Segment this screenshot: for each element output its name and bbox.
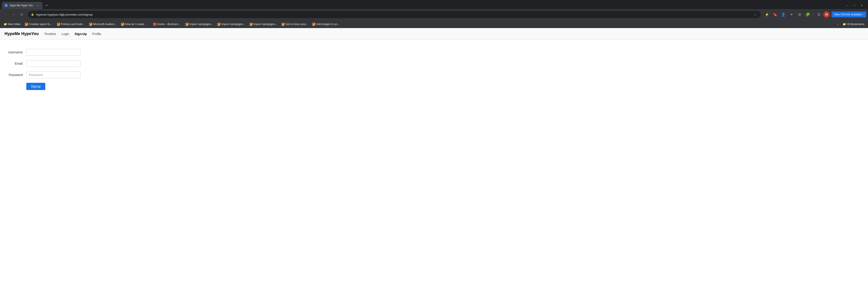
minimize-button[interactable]: ─ bbox=[844, 3, 850, 8]
bookmark-label: Add images to you... bbox=[316, 23, 340, 26]
tab-close-button[interactable]: × bbox=[36, 4, 40, 7]
settings-button[interactable]: ⚙ bbox=[796, 11, 803, 18]
email-label: Email bbox=[4, 62, 23, 65]
bookmark-label: Home – Bootcamp... bbox=[157, 23, 181, 26]
bookmark-microsoft[interactable]: Microsoft Audienc... bbox=[87, 22, 119, 27]
folder-icon: 📁 bbox=[4, 23, 7, 26]
username-input[interactable] bbox=[26, 49, 81, 56]
navigation-bar: ← → ↻ 🔒 hypeme-hypeyou-9gtj.onrender.com… bbox=[0, 9, 868, 20]
bookmark-star-button[interactable]: ☆ bbox=[752, 12, 758, 17]
reload-button[interactable]: ↻ bbox=[18, 11, 25, 18]
bookmark-label: New folder bbox=[8, 23, 21, 26]
all-bookmarks-label: All Bookmarks bbox=[847, 23, 864, 26]
extensions-puzzle-button[interactable]: 🧩 bbox=[804, 11, 811, 18]
password-input[interactable] bbox=[26, 71, 81, 78]
bookmark-import-1[interactable]: Import campaigns... bbox=[184, 22, 215, 27]
app-brand[interactable]: HypeMe HypeYou bbox=[4, 31, 39, 36]
page-content: HypeMe HypeYou Timeline Login Sign-Up Pr… bbox=[0, 28, 868, 304]
bookmark-add-images[interactable]: Add images to you... bbox=[310, 22, 342, 27]
email-input[interactable] bbox=[26, 60, 81, 67]
bookmark-favicon bbox=[89, 23, 92, 26]
bookmark-favicon bbox=[249, 23, 253, 26]
omnibox[interactable]: 🔒 hypeme-hypeyou-9gtj.onrender.com/signu… bbox=[28, 11, 761, 18]
forward-button[interactable]: → bbox=[10, 11, 17, 18]
omnibox-actions: ☆ bbox=[752, 12, 758, 17]
new-chrome-arrow: › bbox=[863, 13, 864, 16]
username-row: Username bbox=[4, 49, 131, 56]
nav-signup[interactable]: Sign-Up bbox=[74, 32, 87, 36]
bookmark-favicon bbox=[312, 23, 315, 26]
bookmark-favicon bbox=[57, 23, 60, 26]
bookmark-label: Import campaigns... bbox=[253, 23, 277, 26]
bookmark-favicon bbox=[153, 23, 156, 26]
bookmark-label: Get to know your... bbox=[285, 23, 308, 26]
tab-right-controls: ─ □ ✕ bbox=[844, 3, 866, 8]
nav-login[interactable]: Login bbox=[61, 32, 69, 36]
bookmark-policies[interactable]: Policies and Guide... bbox=[55, 22, 87, 27]
bookmark-label: Creative specs for... bbox=[29, 23, 53, 26]
bookmark-new-folder[interactable]: 📁 New folder bbox=[2, 22, 23, 27]
bookmark-import-3[interactable]: Import campaigns... bbox=[248, 22, 279, 27]
bookmark-import-2[interactable]: Import campaigns... bbox=[215, 22, 247, 27]
tab-favicon bbox=[4, 4, 8, 7]
password-label: Password bbox=[4, 73, 23, 77]
bookmark-bootcamp[interactable]: Home – Bootcamp... bbox=[151, 22, 183, 27]
bookmark-label: Import campaigns... bbox=[221, 23, 245, 26]
bookmark-favicon bbox=[185, 23, 188, 26]
submit-row: Signup bbox=[4, 83, 131, 90]
email-row: Email bbox=[4, 60, 131, 67]
bookmark-favicon bbox=[217, 23, 220, 26]
new-chrome-label: New Chrome available bbox=[834, 13, 862, 16]
signup-form-container: Username Email Password Signup bbox=[0, 40, 136, 104]
extension-button-red[interactable]: 🔖 bbox=[772, 11, 779, 18]
bookmark-how-do-i[interactable]: How do I create an... bbox=[119, 22, 151, 27]
back-button[interactable]: ← bbox=[2, 11, 9, 18]
tab-bar: Hype Me Hype You × + ─ □ ✕ bbox=[0, 0, 868, 9]
bookmark-get-to-know[interactable]: Get to know your... bbox=[280, 22, 310, 27]
performance-button[interactable]: ⚡ bbox=[763, 11, 771, 18]
bookmarks-bar: 📁 New folder Creative specs for... Polic… bbox=[0, 20, 868, 28]
signup-button[interactable]: Signup bbox=[26, 83, 45, 90]
nav-profile[interactable]: Profile bbox=[92, 32, 101, 36]
bookmark-favicon bbox=[121, 23, 124, 26]
maximize-button[interactable]: □ bbox=[852, 3, 857, 8]
username-label: Username bbox=[4, 50, 23, 54]
profile-button[interactable]: H bbox=[824, 11, 830, 18]
omnibox-url: hypeme-hypeyou-9gtj.onrender.com/signup bbox=[36, 13, 751, 16]
bookmark-favicon bbox=[25, 23, 28, 26]
all-bookmarks-button[interactable]: 📁 All Bookmarks bbox=[841, 22, 866, 27]
nav-timeline[interactable]: Timeline bbox=[44, 32, 56, 36]
bookmarks-folder-icon: 📁 bbox=[843, 23, 846, 26]
bookmark-label: Microsoft Audienc... bbox=[93, 23, 117, 26]
sidebar-button[interactable]: ☰ bbox=[815, 11, 823, 18]
password-row: Password bbox=[4, 71, 131, 78]
bookmark-label: Policies and Guide... bbox=[61, 23, 85, 26]
new-chrome-button[interactable]: New Chrome available › bbox=[832, 11, 866, 18]
new-tab-button[interactable]: + bbox=[43, 2, 50, 9]
tab-title: Hype Me Hype You bbox=[9, 4, 34, 7]
extension-button-2[interactable]: ✦ bbox=[788, 11, 795, 18]
nav-toolbar: ⚡ 🔖 👤 ✦ ⚙ 🧩 ☰ H New Chrome available › bbox=[763, 11, 866, 18]
bookmark-favicon bbox=[281, 23, 284, 26]
extension-button-orange[interactable]: 👤 bbox=[780, 11, 787, 18]
active-tab[interactable]: Hype Me Hype You × bbox=[2, 2, 42, 9]
bookmark-creative-specs[interactable]: Creative specs for... bbox=[23, 22, 55, 27]
chrome-browser-frame: Hype Me Hype You × + ─ □ ✕ ← → ↻ 🔒 hypem… bbox=[0, 0, 868, 28]
toolbar-divider bbox=[813, 12, 813, 17]
bookmark-label: Import campaigns... bbox=[189, 23, 213, 26]
lock-icon: 🔒 bbox=[31, 13, 34, 16]
bookmark-label: How do I create an... bbox=[125, 23, 149, 26]
bookmarks-more-button[interactable]: » bbox=[835, 22, 841, 27]
app-navbar: HypeMe HypeYou Timeline Login Sign-Up Pr… bbox=[0, 28, 868, 40]
close-button[interactable]: ✕ bbox=[859, 3, 864, 8]
